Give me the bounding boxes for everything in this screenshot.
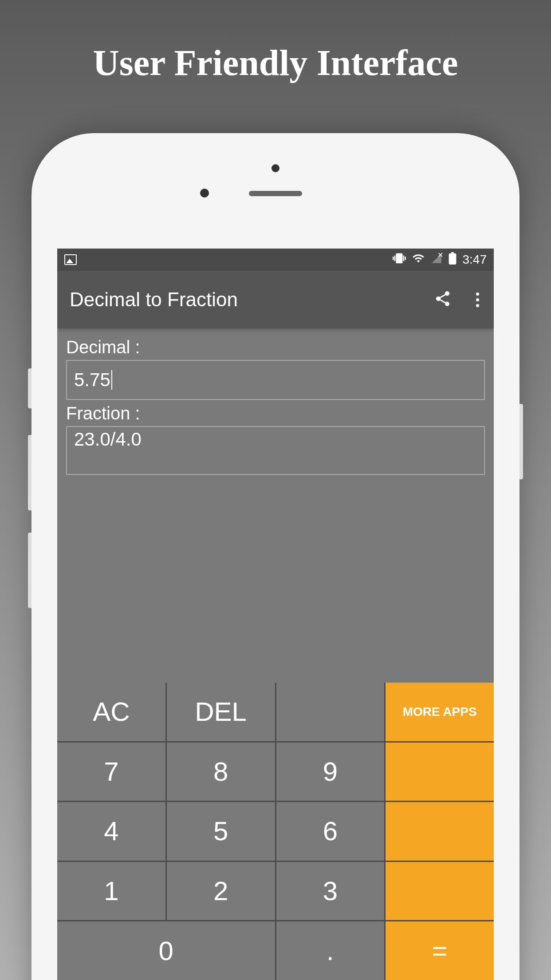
phone-side-button (520, 404, 523, 479)
phone-notch (272, 164, 279, 172)
phone-frame: ✕ 3:47 Decimal to Fraction Decimal : (31, 133, 520, 980)
key-4[interactable]: 4 (57, 802, 165, 861)
del-button[interactable]: DEL (167, 683, 275, 741)
more-apps-button[interactable]: MORE APPS (386, 683, 494, 741)
content-area: Decimal : 5.75 Fraction : 23.0/4.0 (57, 328, 494, 480)
status-bar: ✕ 3:47 (57, 249, 494, 271)
decimal-label: Decimal : (66, 337, 485, 357)
battery-icon (449, 252, 457, 268)
vibrate-icon (393, 252, 406, 268)
key-1[interactable]: 1 (57, 862, 165, 921)
key-2[interactable]: 2 (167, 862, 275, 921)
phone-camera (200, 189, 209, 198)
status-time: 3:47 (463, 253, 487, 267)
ac-button[interactable]: AC (57, 683, 165, 741)
app-title: Decimal to Fraction (70, 288, 238, 311)
key-9[interactable]: 9 (276, 743, 385, 801)
decimal-input[interactable]: 5.75 (66, 360, 485, 400)
key-blank-2[interactable] (386, 802, 494, 861)
app-bar: Decimal to Fraction (57, 271, 494, 328)
promo-title: User Friendly Interface (0, 0, 551, 84)
more-icon[interactable] (474, 288, 481, 312)
fraction-label: Fraction : (66, 403, 485, 423)
equals-button[interactable]: = (386, 921, 494, 980)
fraction-output: 23.0/4.0 (66, 426, 485, 475)
key-3[interactable]: 3 (276, 862, 385, 921)
fraction-value: 23.0/4.0 (74, 429, 142, 450)
key-dot[interactable]: . (276, 921, 385, 980)
key-blank-3[interactable] (386, 862, 494, 921)
phone-side-button (28, 435, 31, 510)
keypad: AC DEL MORE APPS 7 8 9 4 5 6 1 2 3 0 . = (57, 683, 494, 980)
phone-speaker (249, 191, 302, 196)
empty-button[interactable] (276, 683, 385, 741)
app-screen: ✕ 3:47 Decimal to Fraction Decimal : (57, 249, 494, 980)
key-5[interactable]: 5 (167, 802, 275, 861)
picture-icon (64, 254, 77, 265)
key-blank-1[interactable] (386, 743, 494, 801)
key-8[interactable]: 8 (167, 743, 275, 801)
text-cursor (111, 370, 112, 390)
signal-icon: ✕ (431, 253, 442, 267)
phone-side-button (28, 368, 31, 408)
share-icon[interactable] (434, 290, 452, 309)
key-6[interactable]: 6 (276, 802, 385, 861)
key-0[interactable]: 0 (57, 921, 275, 980)
phone-side-button (28, 533, 31, 608)
wifi-icon (412, 252, 425, 268)
decimal-value: 5.75 (74, 369, 110, 391)
key-7[interactable]: 7 (57, 743, 165, 801)
